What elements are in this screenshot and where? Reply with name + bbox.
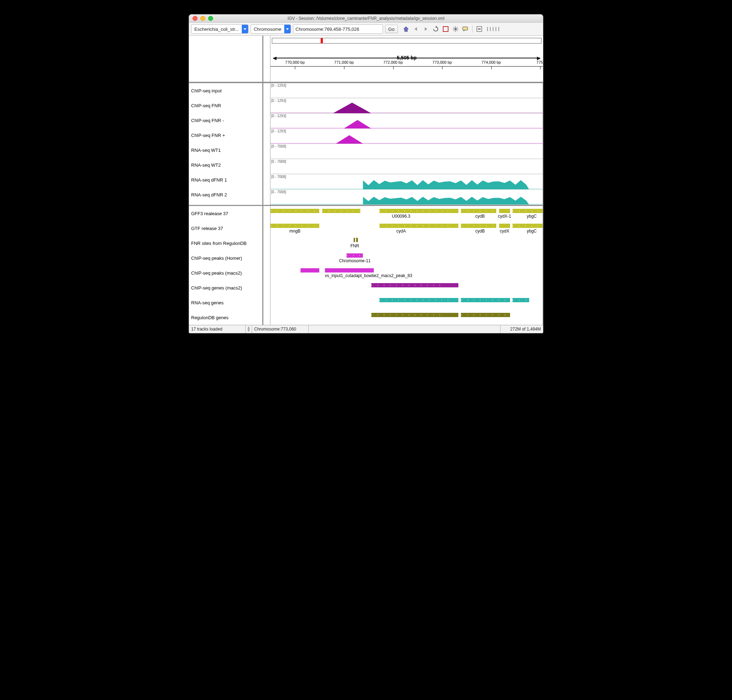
refresh-icon[interactable] — [433, 26, 439, 32]
feature-label: ybgC — [527, 214, 537, 219]
overview-gutter — [264, 36, 270, 82]
chevron-icon: › › › › › › › › › › › › — [380, 224, 458, 228]
chevron-icon: › › › › › › › › › › › › — [461, 313, 510, 317]
feature-bar[interactable] — [353, 238, 355, 242]
track-name[interactable]: ChIP-seq genes (macs2) — [189, 280, 262, 295]
status-activity — [246, 325, 252, 333]
feature-track[interactable]: › › › › › › › › › › › ›› › › › › › › › ›… — [270, 310, 543, 325]
tooltip-icon[interactable] — [462, 26, 468, 32]
chevron-icon: › › › › › › › › › › › › — [380, 299, 458, 302]
feature-track[interactable]: › › › › › › › › › › › ›› › › › › › › › ›… — [270, 295, 543, 310]
coverage-track[interactable]: [0 - 7008] — [270, 175, 543, 190]
span-line — [273, 58, 540, 58]
track-name[interactable]: RNA-seq dFNR 2 — [189, 187, 262, 202]
feature-area[interactable]: › › › › › › › › › › › ›› › › › › › › › ›… — [270, 206, 543, 325]
chevron-icon: › › › › › › › › › › › › — [513, 299, 529, 302]
go-button[interactable]: Go — [385, 25, 398, 33]
home-icon[interactable] — [403, 26, 409, 32]
chromosome-select-label: Chromosome — [251, 26, 284, 32]
toolbar: Escherichia_coli_str... Chromosome Chrom… — [189, 23, 543, 36]
locus-value: Chromosome:769,458-775,026 — [296, 26, 359, 32]
track-range: [0 - 7008] — [271, 190, 286, 194]
zoom-out-icon[interactable] — [476, 26, 482, 32]
feature-bar[interactable] — [499, 209, 510, 213]
forward-icon[interactable] — [423, 26, 429, 32]
track-name[interactable]: RegulonDB genes — [189, 310, 262, 325]
feature-track[interactable]: › › › › › › › › › › › ›Chromosome-11 — [270, 250, 543, 265]
status-tracks: 17 tracks loaded — [189, 325, 246, 333]
chevron-down-icon — [242, 25, 248, 33]
track-name[interactable]: ChIP-seq peaks (Homer) — [189, 250, 262, 265]
chevron-icon: › › › › › › › › › › › › — [461, 299, 510, 302]
chevron-icon: › › › › › › › › › › › › — [461, 209, 496, 213]
region-icon[interactable] — [442, 26, 449, 32]
track-name[interactable]: ChIP-seq FNR + — [189, 128, 262, 143]
ruler-ticks: 770,000 bp771,000 bp772,000 bp773,000 bp… — [270, 66, 543, 77]
track-range: [0 - 1293] — [271, 129, 286, 133]
chevron-icon: › › › › › › › › › › › › — [322, 209, 360, 213]
track-name[interactable]: ChIP-seq input — [189, 83, 262, 98]
feature-track[interactable]: FNR — [270, 236, 543, 250]
genome-select[interactable]: Escherichia_coli_str... — [191, 24, 249, 34]
feature-label: cydA — [396, 229, 406, 234]
titlebar: IGV - Session: /Volumes/clone_caminante/… — [189, 15, 543, 23]
overview-name-panel[interactable] — [189, 36, 264, 82]
chevron-icon: › › › › › › › › › › › › — [380, 209, 458, 213]
feature-track[interactable]: › › › › › › › › › › › › — [270, 280, 543, 295]
track-name[interactable]: RNA-seq WT1 — [189, 143, 262, 157]
coverage-track[interactable]: [0 - 1293] — [270, 99, 543, 113]
feature-label: Chromosome-11 — [339, 258, 371, 263]
locus-marker — [321, 38, 323, 43]
overview-panel[interactable]: 5,505 bp 770,000 bp771,000 bp772,000 bp7… — [270, 36, 543, 82]
locus-input[interactable]: Chromosome:769,458-775,026 — [293, 24, 383, 34]
feature-label: U00096.3 — [392, 214, 410, 219]
coverage-track[interactable]: [0 - 7008] — [270, 144, 543, 159]
genome-select-label: Escherichia_coli_str... — [191, 26, 242, 32]
coverage-track[interactable]: [0 - 7008] — [270, 159, 543, 175]
chevron-down-icon — [284, 25, 291, 33]
chromosome-ideogram[interactable] — [272, 38, 542, 44]
track-range: [0 - 1293] — [271, 114, 286, 118]
chevron-icon: › › › › › › › › › › › › — [461, 224, 496, 228]
coverage-track[interactable]: [0 - 1293] — [270, 129, 543, 144]
status-memory: 272M of 1,484M — [501, 325, 543, 333]
feature-label: cydX-1 — [498, 214, 511, 219]
track-name[interactable]: ChIP-seq FNR - — [189, 113, 262, 128]
feature-bar[interactable] — [300, 268, 320, 272]
track-name[interactable]: ChIP-seq peaks (macs2) — [189, 265, 262, 280]
back-icon[interactable] — [413, 26, 419, 32]
chevron-icon: › › › › › › › › › › › › — [371, 313, 458, 317]
coverage-track[interactable]: [0 - 7008] — [270, 190, 543, 205]
feature-label: cydB — [476, 214, 485, 219]
svg-rect-0 — [443, 26, 448, 31]
feature-bar[interactable] — [499, 224, 510, 228]
main-panel: 5,505 bp 770,000 bp771,000 bp772,000 bp7… — [189, 36, 543, 325]
track-name[interactable]: GTF release 37 — [189, 221, 262, 236]
activity-icon — [248, 326, 250, 332]
chevron-icon: › › › › › › › › › › › › — [346, 254, 363, 257]
track-name[interactable]: ChIP-seq FNR — [189, 98, 262, 113]
feature-names: GFF3 realease 37GTF release 37FNR sites … — [189, 206, 264, 325]
chevron-icon: › › › › › › › › › › › › — [513, 224, 543, 228]
fit-icon[interactable] — [452, 26, 459, 32]
feature-label: FNR — [351, 244, 359, 249]
track-name[interactable]: RNA-seq WT2 — [189, 157, 262, 172]
zoom-slider[interactable] — [486, 26, 500, 32]
coverage-track[interactable]: [0 - 1293] — [270, 83, 543, 99]
track-range: [0 - 1293] — [271, 99, 286, 103]
feature-track[interactable]: vs_input1_cutadapt_bowtie2_macs2_peak_83 — [270, 265, 543, 280]
track-name[interactable]: RNA-seq dFNR 1 — [189, 172, 262, 187]
feature-bar[interactable] — [325, 268, 374, 272]
track-name[interactable]: GFF3 realease 37 — [189, 206, 262, 221]
feature-track[interactable]: › › › › › › › › › › › ›› › › › › › › › ›… — [270, 221, 543, 236]
feature-track[interactable]: › › › › › › › › › › › ›› › › › › › › › ›… — [270, 206, 543, 221]
chromosome-select[interactable]: Chromosome — [250, 24, 291, 34]
track-range: [0 - 7008] — [271, 175, 286, 179]
separator — [472, 25, 473, 32]
coverage-track[interactable]: [0 - 1293] — [270, 113, 543, 129]
track-name[interactable]: RNA-seq genes — [189, 295, 262, 310]
coverage-area[interactable]: [0 - 1293][0 - 1293] [0 - 1293] [0 - 129… — [270, 83, 543, 205]
track-name[interactable]: FNR sites from RegulonDB — [189, 236, 262, 250]
feature-bar[interactable] — [356, 238, 358, 242]
app-window: IGV - Session: /Volumes/clone_caminante/… — [189, 14, 543, 333]
